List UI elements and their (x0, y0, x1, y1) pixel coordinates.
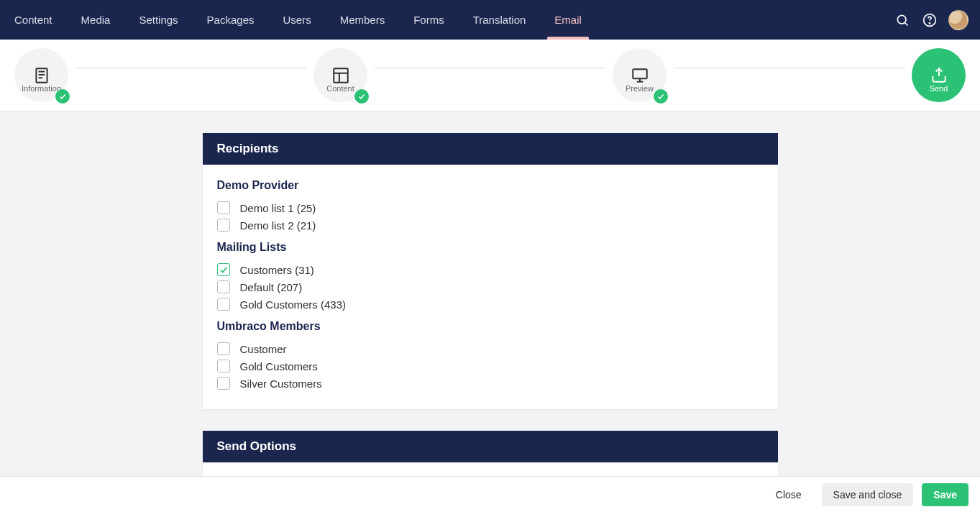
step-label: Content (326, 84, 354, 93)
nav-item-packages[interactable]: Packages (193, 0, 269, 40)
step-label: Send (930, 84, 948, 93)
checkbox[interactable] (217, 342, 230, 355)
list-item-label: Gold Customers (240, 360, 318, 372)
check-icon (654, 89, 668, 104)
svg-rect-8 (334, 68, 348, 83)
step-preview[interactable]: Preview (613, 48, 667, 102)
list-item-label: Demo list 1 (25) (240, 202, 316, 214)
nav-item-members[interactable]: Members (326, 0, 400, 40)
recipients-panel-header: Recipients (203, 133, 778, 165)
list-item[interactable]: Default (207) (217, 278, 764, 296)
nav-item-label: Translation (473, 14, 526, 26)
checkbox[interactable] (217, 219, 230, 232)
step-line (375, 68, 605, 68)
nav-item-label: Members (340, 14, 385, 26)
help-icon[interactable] (921, 12, 938, 29)
list-item[interactable]: Demo list 1 (25) (217, 199, 764, 216)
recipients-panel-body: Demo ProviderDemo list 1 (25)Demo list 2… (203, 165, 778, 409)
list-item[interactable]: Gold Customers (433) (217, 296, 764, 313)
list-item[interactable]: Silver Customers (217, 375, 764, 392)
nav-item-media[interactable]: Media (67, 0, 125, 40)
list-item-label: Gold Customers (433) (240, 298, 347, 311)
close-button[interactable]: Close (764, 483, 813, 506)
list-item[interactable]: Customer (217, 340, 764, 357)
list-item-label: Default (207) (240, 281, 303, 293)
check-icon (354, 89, 369, 104)
svg-point-3 (929, 22, 930, 23)
checkbox[interactable] (217, 263, 230, 276)
list-item[interactable]: Customers (31) (217, 261, 764, 278)
save-button[interactable]: Save (922, 483, 968, 506)
checkbox[interactable] (217, 280, 230, 293)
checkbox[interactable] (217, 298, 230, 311)
nav-item-label: Forms (413, 14, 444, 26)
user-avatar[interactable] (948, 10, 968, 30)
outbox-icon (912, 48, 966, 102)
nav-item-label: Packages (207, 14, 255, 26)
stepper: InformationContentPreviewSend (0, 40, 980, 111)
check-icon (55, 89, 70, 104)
recipients-panel: Recipients Demo ProviderDemo list 1 (25)… (203, 133, 778, 409)
list-item-label: Customer (240, 343, 287, 355)
step-label: Preview (626, 84, 654, 93)
nav-items: ContentMediaSettingsPackagesUsersMembers… (0, 0, 596, 40)
nav-item-translation[interactable]: Translation (459, 0, 541, 40)
nav-item-users[interactable]: Users (268, 0, 325, 40)
svg-line-1 (905, 22, 908, 25)
save-and-close-button[interactable]: Save and close (822, 483, 914, 506)
svg-rect-4 (36, 68, 47, 83)
nav-item-email[interactable]: Email (540, 0, 596, 40)
nav-item-settings[interactable]: Settings (124, 0, 192, 40)
step-send[interactable]: Send (912, 48, 966, 102)
checkbox[interactable] (217, 377, 230, 390)
send-options-panel-body (203, 462, 778, 476)
nav-right (894, 0, 980, 40)
step-line (75, 68, 306, 68)
step-content[interactable]: Content (313, 48, 367, 102)
list-item-label: Customers (31) (240, 264, 314, 276)
group-title: Mailing Lists (217, 241, 764, 254)
svg-rect-11 (633, 69, 647, 78)
svg-point-0 (897, 15, 906, 24)
list-item-label: Silver Customers (240, 378, 322, 390)
send-options-panel-header: Send Options (203, 431, 778, 462)
nav-item-label: Email (554, 14, 582, 26)
group-title: Umbraco Members (217, 320, 764, 333)
footer-bar: Close Save and close Save (0, 476, 980, 512)
nav-item-label: Content (14, 14, 52, 26)
main-content: Recipients Demo ProviderDemo list 1 (25)… (0, 111, 980, 476)
nav-item-label: Media (81, 14, 111, 26)
list-item[interactable]: Demo list 2 (21) (217, 216, 764, 234)
group-title: Demo Provider (217, 179, 764, 192)
top-nav: ContentMediaSettingsPackagesUsersMembers… (0, 0, 980, 40)
send-options-panel: Send Options (203, 431, 778, 476)
nav-item-label: Settings (139, 14, 178, 26)
checkbox[interactable] (217, 201, 230, 214)
step-line (674, 68, 905, 68)
checkbox[interactable] (217, 360, 230, 372)
nav-item-content[interactable]: Content (0, 0, 67, 40)
nav-item-label: Users (283, 14, 311, 26)
nav-item-forms[interactable]: Forms (399, 0, 459, 40)
list-item-label: Demo list 2 (21) (240, 219, 316, 232)
list-item[interactable]: Gold Customers (217, 357, 764, 375)
step-label: Information (22, 84, 61, 93)
search-icon[interactable] (894, 12, 911, 29)
step-information[interactable]: Information (14, 48, 68, 102)
